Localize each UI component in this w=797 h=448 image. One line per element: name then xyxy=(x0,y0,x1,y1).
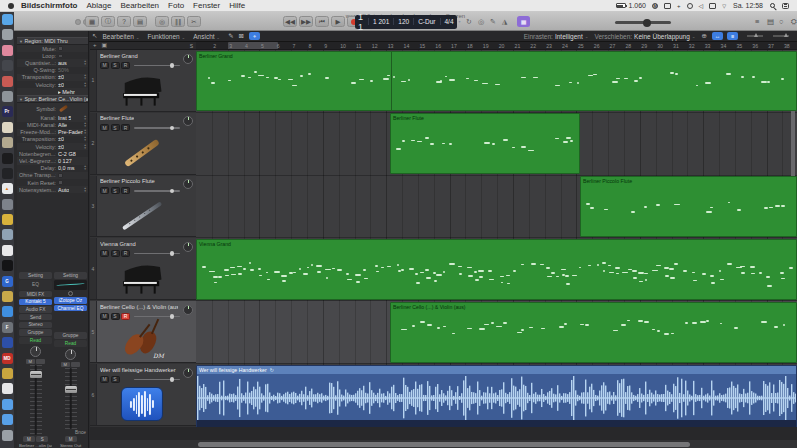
solo-button[interactable]: S xyxy=(111,376,120,383)
slider-thumb[interactable] xyxy=(170,126,175,131)
wifi-status-icon[interactable]: ▽ xyxy=(722,3,726,9)
toolbar-button[interactable]: ▤ xyxy=(133,16,147,27)
pan-knob[interactable] xyxy=(65,349,76,360)
auto-track-zoom-button[interactable]: ≡ xyxy=(727,32,738,40)
pan-knob[interactable] xyxy=(183,242,193,252)
solo-button[interactable]: S xyxy=(111,187,120,194)
inspector-value[interactable]: Pre-Fader xyxy=(58,129,83,135)
folder-icon-1[interactable] xyxy=(2,399,13,410)
track-param-row-10[interactable]: Notensystem...:Auto▴▾ xyxy=(17,186,88,193)
stepper-icon[interactable]: ▴▾ xyxy=(84,82,86,88)
midi-region[interactable]: Vienna Grand xyxy=(196,239,797,300)
autopunch-icon[interactable]: ◎ xyxy=(478,18,484,26)
tracks-area[interactable]: Berliner GrandBerliner FluteBerliner Pic… xyxy=(196,50,797,427)
slider-thumb[interactable] xyxy=(170,377,175,382)
browsers-icon[interactable]: ⛭ xyxy=(791,17,797,27)
stepper-icon[interactable]: ▴▾ xyxy=(84,122,86,128)
dark-disk-icon[interactable] xyxy=(2,60,13,71)
track-inspector-header[interactable]: ▼ Spur: Berliner Ce...Violin (aus) xyxy=(17,95,88,103)
duplicate-track-icon[interactable]: ▣ xyxy=(102,42,108,49)
pink-app-icon[interactable] xyxy=(2,45,13,56)
inspector-value[interactable]: ±0 xyxy=(58,144,64,150)
black-circle-app-icon[interactable] xyxy=(2,168,13,179)
plugin-slot[interactable]: Gruppe xyxy=(19,329,52,336)
folder-icon-2[interactable] xyxy=(2,414,13,425)
scroll-zoom-icon[interactable]: ⊕ xyxy=(702,32,707,40)
mute-button[interactable]: M xyxy=(23,436,35,442)
setting-button[interactable]: Setting xyxy=(54,272,87,279)
volume-status-icon[interactable]: ◁ xyxy=(699,2,704,9)
inspector-button[interactable]: ⓘ xyxy=(101,16,115,27)
stepper-icon[interactable]: ▴▾ xyxy=(84,129,86,135)
waveform-zoom-button[interactable]: ↔ xyxy=(712,32,723,40)
track-param-row-4[interactable]: Velocity:±0▴▾ xyxy=(17,143,88,150)
master-solo-icon[interactable]: S xyxy=(190,43,193,49)
slider-thumb[interactable] xyxy=(170,314,175,319)
drag-chevron-icon[interactable]: ⌄ xyxy=(692,34,696,39)
mixer-button[interactable]: ∥∥ xyxy=(171,16,185,27)
plugin-slot[interactable]: Channel EQ xyxy=(54,305,87,312)
disclosure-triangle-icon[interactable]: ▼ xyxy=(19,97,23,102)
lcd-tempo[interactable]: 120 xyxy=(393,18,409,25)
solo-button[interactable]: S xyxy=(111,313,120,320)
striped-app-icon[interactable] xyxy=(2,291,13,302)
stepper-icon[interactable]: ▴▾ xyxy=(84,115,86,121)
record-arm-button[interactable]: R xyxy=(121,62,130,69)
slider-thumb[interactable] xyxy=(170,251,175,256)
stepper-icon[interactable]: ▴▾ xyxy=(84,136,86,142)
stop-button[interactable]: ⏮ xyxy=(315,16,329,27)
disclosure-triangle-icon[interactable]: ▼ xyxy=(19,39,23,44)
record-arm-button[interactable]: R xyxy=(121,250,130,257)
region-param-row-5[interactable]: Velocity:±0▴▾ xyxy=(17,81,88,88)
menu-item-fenster[interactable]: Fenster xyxy=(193,1,220,10)
track-param-row-8[interactable]: Ohne Transp...: xyxy=(17,172,88,179)
bar-ruler[interactable]: 2345678910111213141516171819202122232425… xyxy=(196,42,797,50)
tool-app-icon[interactable] xyxy=(2,199,13,210)
setting-button[interactable]: Setting xyxy=(19,272,52,279)
slider-thumb[interactable] xyxy=(170,63,175,68)
region-param-row-4[interactable]: Transposition:±0▴▾ xyxy=(17,74,88,81)
grey-app-icon[interactable] xyxy=(2,91,13,102)
mute-button[interactable]: M xyxy=(100,124,109,131)
quick-help-button[interactable]: ? xyxy=(117,16,131,27)
black-dots-app-icon[interactable] xyxy=(2,153,13,164)
midi-region[interactable]: Berliner Flute xyxy=(390,113,580,174)
inspector-checkbox[interactable] xyxy=(58,173,63,178)
track-volume-slider[interactable] xyxy=(134,190,180,192)
photos-collage-icon[interactable] xyxy=(2,122,13,133)
solo-button[interactable]: S xyxy=(111,250,120,257)
cycle-region[interactable] xyxy=(228,42,278,50)
plugin-slot[interactable]: Send xyxy=(19,314,52,321)
inspector-value[interactable]: ±0 xyxy=(58,136,64,142)
list-editors-icon[interactable]: ≡ xyxy=(755,17,759,26)
mute-button[interactable]: M xyxy=(100,62,109,69)
bluetooth-status-icon[interactable]: + xyxy=(677,3,681,9)
m-status-icon[interactable]: M xyxy=(652,3,658,9)
track-param-row-3[interactable]: Transposition:±0▴▾ xyxy=(17,136,88,143)
inspector-checkbox[interactable] xyxy=(58,54,63,59)
fader-thumb[interactable] xyxy=(65,386,77,393)
pointer-tool-icon[interactable]: ↖ xyxy=(92,32,97,40)
region-param-row-6[interactable]: ▸ Mehr xyxy=(17,88,88,95)
track-volume-slider[interactable] xyxy=(134,127,180,129)
blue-g-app-icon[interactable]: G xyxy=(2,276,13,287)
inspector-value[interactable]: Auto xyxy=(58,187,69,193)
mute-button[interactable]: M xyxy=(100,313,109,320)
region-param-row-2[interactable]: Quantisier...:aus▴▾ xyxy=(17,59,88,66)
edit-menu-funktionen[interactable]: Funktionen ⌄ xyxy=(147,33,185,40)
plugin-slot[interactable]: Read xyxy=(54,340,87,347)
cycle-mode-icon[interactable]: ↻ xyxy=(466,18,472,26)
solo-button[interactable]: S xyxy=(111,124,120,131)
horizontal-scrollbar-thumb[interactable] xyxy=(198,442,690,447)
track-volume-slider[interactable] xyxy=(134,316,180,318)
record-arm-button[interactable]: R xyxy=(121,313,130,320)
fan-status-icon[interactable] xyxy=(687,3,693,9)
plugin-slot[interactable]: Stereo xyxy=(19,322,52,329)
plugin-slot[interactable]: Read xyxy=(19,337,52,344)
camera-app-icon[interactable] xyxy=(2,137,13,148)
inspector-value[interactable]: ±0 xyxy=(58,82,64,88)
pan-knob[interactable] xyxy=(30,346,41,357)
gold-app-icon[interactable] xyxy=(2,368,13,379)
symbol-row[interactable]: Symbol: xyxy=(17,103,88,114)
display-status-icon[interactable] xyxy=(664,3,671,9)
